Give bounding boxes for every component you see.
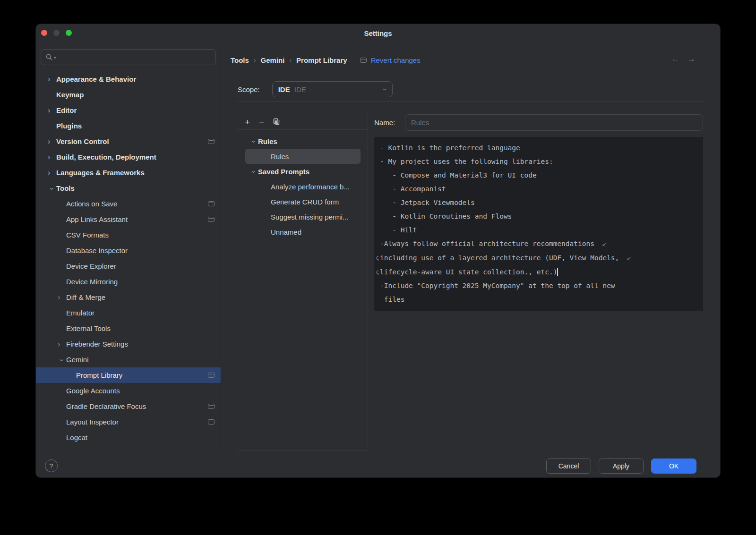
sidebar-item-actions-on-save[interactable]: Actions on Save [36,196,221,212]
chevron-collapsed-icon[interactable]: › [48,107,56,114]
chevron-collapsed-icon[interactable]: › [48,76,56,83]
sidebar-item-google-accounts[interactable]: Google Accounts [36,383,221,399]
prompt-item-label: Unnamed [271,228,301,236]
chevron-collapsed-icon[interactable]: › [58,340,66,348]
sidebar-item-layout-inspector[interactable]: Layout Inspector [36,414,221,430]
sidebar-item-editor[interactable]: ›Editor [36,102,221,118]
sidebar-item-database-inspector[interactable]: Database Inspector [36,243,221,258]
sidebar-item-version-control[interactable]: ›Version Control [36,134,221,149]
breadcrumb-gemini[interactable]: Gemini [261,56,285,64]
sidebar-item-prompt-library[interactable]: Prompt Library [36,367,221,383]
search-history-dropdown-icon[interactable]: ▾ [54,55,56,60]
editor-line-text: - My project uses the following librarie… [380,158,553,165]
copy-prompt-button[interactable] [273,118,280,126]
prompt-item-label: Saved Prompts [258,168,309,176]
chevron-collapsed-icon[interactable]: › [48,169,56,177]
sidebar-item-tools[interactable]: ›Tools [36,180,221,196]
ide-settings-icon [208,419,215,425]
prompt-group-rules[interactable]: ›Rules [238,134,368,149]
editor-line: - Hilt [380,223,697,237]
sidebar-item-label: Version Control [56,137,109,145]
sidebar-item-firebender-settings[interactable]: ›Firebender Settings [36,336,221,352]
editor-line-text: - Kotlin Coroutines and Flows [380,212,512,220]
sidebar-item-label: Diff & Merge [66,293,105,301]
sidebar-item-csv-formats[interactable]: CSV Formats [36,227,221,243]
sidebar-item-languages-frameworks[interactable]: ›Languages & Frameworks [36,165,221,180]
sidebar-item-label: Device Explorer [66,262,116,270]
apply-button[interactable]: Apply [599,459,644,474]
settings-sidebar: ▾ ›Appearance & BehaviorKeymap›EditorPlu… [36,42,221,454]
chevron-collapsed-icon[interactable]: › [48,138,56,145]
ide-settings-icon [208,217,215,222]
prompt-item-suggest-missing-permi[interactable]: Suggest missing permi... [238,209,368,224]
editor-line-text: - Compose and Material3 for UI code [380,171,537,179]
editor-line: - Kotlin is the preferred language [380,141,697,155]
ide-settings-icon [360,58,367,63]
sidebar-item-device-mirroring[interactable]: Device Mirroring [36,274,221,289]
sidebar-item-label: Plugins [56,122,82,130]
sidebar-item-plugins[interactable]: Plugins [36,118,221,134]
window-title: Settings [36,24,720,42]
sidebar-item-label: Prompt Library [76,371,122,379]
cancel-button[interactable]: Cancel [546,459,591,474]
sidebar-item-appearance-behavior[interactable]: ›Appearance & Behavior [36,71,221,87]
name-field[interactable] [405,114,703,131]
chevron-collapsed-icon[interactable]: › [48,153,56,161]
sidebar-item-external-tools[interactable]: External Tools [36,321,221,336]
ok-button[interactable]: OK [651,459,696,474]
titlebar: Settings [36,24,720,42]
sidebar-item-device-explorer[interactable]: Device Explorer [36,258,221,274]
sidebar-item-gemini[interactable]: ›Gemini [36,352,221,367]
sidebar-item-label: Layout Inspector [66,418,119,426]
sidebar-item-label: Gradle Declarative Focus [66,402,146,410]
remove-prompt-button[interactable]: − [259,118,264,127]
sidebar-item-build-execution-deployment[interactable]: ›Build, Execution, Deployment [36,149,221,165]
prompt-item-label: Rules [258,137,277,145]
prompt-item-rules[interactable]: Rules [245,149,361,164]
name-label: Name: [374,119,401,127]
sidebar-item-logcat[interactable]: Logcat [36,430,221,445]
editor-line-text: -Always follow official architecture rec… [380,240,599,247]
ide-settings-icon [208,201,215,206]
revert-changes[interactable]: Revert changes [360,56,421,64]
sidebar-item-label: Database Inspector [66,246,128,255]
revert-changes-link[interactable]: Revert changes [371,56,421,64]
prompt-tree: ›RulesRules›Saved PromptsAnalyze perform… [238,130,368,239]
chevron-collapsed-icon[interactable]: › [58,294,66,301]
scope-badge: IDE [278,85,290,93]
breadcrumb-prompt-library: Prompt Library [296,56,347,64]
prompt-text-editor[interactable]: - Kotlin is the preferred language- My p… [374,137,703,311]
editor-line-text: lifecycle-aware UI state collection., et… [380,268,557,276]
sidebar-item-keymap[interactable]: Keymap [36,87,221,102]
ide-settings-icon [208,139,215,144]
editor-line-text: - Kotlin is the preferred language [380,144,520,152]
history-nav: ← → [671,54,696,64]
chevron-expanded-icon[interactable]: › [250,137,258,146]
prompt-item-unnamed[interactable]: Unnamed [238,224,368,239]
chevron-expanded-icon[interactable]: › [250,168,258,176]
sidebar-item-diff-merge[interactable]: ›Diff & Merge [36,289,221,305]
soft-wrap-start-icon: ς [376,265,379,279]
help-button[interactable]: ? [45,459,58,472]
prompt-item-analyze-performance-b[interactable]: Analyze performance b... [238,179,368,194]
editor-line: ςlifecycle-aware UI state collection., e… [380,265,697,279]
prompt-detail-pane: Name: - Kotlin is the preferred language… [374,114,703,451]
breadcrumb-tools[interactable]: Tools [231,56,249,64]
content-panes: + − ›RulesRules›Saved PromptsAnalyze per… [238,114,703,451]
add-prompt-button[interactable]: + [245,118,250,127]
search-input[interactable]: ▾ [41,49,216,65]
prompt-item-generate-crud-form[interactable]: Generate CRUD form [238,194,368,209]
chevron-expanded-icon[interactable]: › [58,356,66,365]
sidebar-item-label: Build, Execution, Deployment [56,153,156,161]
scope-select[interactable]: IDE IDE › [272,81,393,97]
sidebar-item-emulator[interactable]: Emulator [36,305,221,321]
chevron-expanded-icon[interactable]: › [48,185,56,193]
editor-line-text: - Accompanist [380,185,446,193]
forward-arrow-icon[interactable]: → [687,54,696,64]
sidebar-item-gradle-declarative-focus[interactable]: Gradle Declarative Focus [36,399,221,414]
back-arrow-icon[interactable]: ← [671,54,679,64]
sidebar-item-app-links-assistant[interactable]: App Links Assistant [36,212,221,227]
prompt-group-saved-prompts[interactable]: ›Saved Prompts [238,164,368,179]
sidebar-item-label: Logcat [66,433,87,442]
ide-settings-icon [208,404,215,409]
